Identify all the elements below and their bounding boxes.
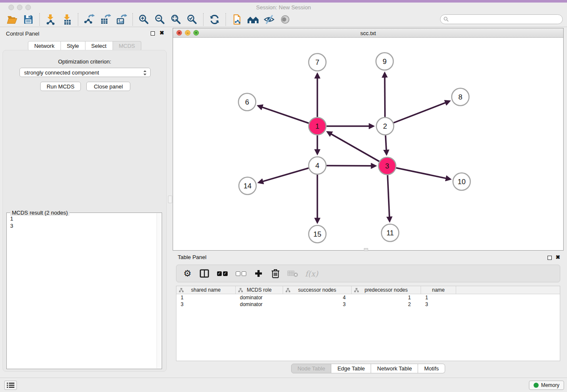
table-body: 1dominator4113dominator323 bbox=[176, 294, 560, 308]
import-network-button[interactable] bbox=[43, 13, 59, 26]
export-table-button[interactable] bbox=[97, 13, 113, 26]
columns-button[interactable] bbox=[199, 267, 209, 280]
table-panel-float-button[interactable] bbox=[548, 256, 552, 260]
edge-2-8[interactable] bbox=[394, 101, 449, 123]
tab-node-table[interactable]: Node Table bbox=[291, 364, 332, 373]
clone-network-button[interactable] bbox=[229, 13, 245, 26]
columns-icon bbox=[200, 269, 209, 278]
tab-edge-table[interactable]: Edge Table bbox=[331, 364, 371, 373]
column-header-shared-name[interactable]: shared name bbox=[176, 286, 236, 294]
node-label-14: 14 bbox=[244, 182, 252, 190]
mcds-result-box: MCDS result (2 nodes) 1 3 bbox=[6, 213, 162, 369]
column-label: shared name bbox=[191, 287, 220, 293]
tab-network[interactable]: Network bbox=[28, 41, 61, 51]
network-overview-button[interactable] bbox=[245, 13, 261, 26]
cell: dominator bbox=[236, 294, 283, 301]
hide-graphics-button[interactable] bbox=[261, 13, 277, 26]
table-header-row: shared nameMCDS rolesuccessor nodesprede… bbox=[176, 286, 560, 294]
run-mcds-button[interactable]: Run MCDS bbox=[40, 82, 81, 91]
table-panel: Table Panel ✖ ⚙ ✓✓ bbox=[173, 252, 564, 376]
tab-motifs[interactable]: Motifs bbox=[418, 364, 445, 373]
export-network-button[interactable] bbox=[81, 13, 97, 26]
zoom-in-icon bbox=[138, 14, 149, 25]
zoom-in-button[interactable] bbox=[136, 13, 152, 26]
control-panel-close-button[interactable]: ✖ bbox=[160, 30, 164, 36]
open-folder-icon bbox=[7, 14, 18, 25]
column-label: MCDS role bbox=[247, 287, 272, 293]
column-label: name bbox=[432, 287, 445, 293]
tab-style[interactable]: Style bbox=[61, 41, 85, 51]
edge-3-11[interactable] bbox=[388, 175, 390, 221]
node-label-8: 8 bbox=[458, 93, 462, 101]
edge-2-9[interactable] bbox=[385, 73, 385, 117]
node-label-3: 3 bbox=[385, 162, 389, 170]
tab-network-table[interactable]: Network Table bbox=[371, 364, 418, 373]
delete-row-button[interactable] bbox=[270, 267, 281, 280]
edge-1-6[interactable] bbox=[258, 106, 309, 123]
column-label: predecessor nodes bbox=[364, 287, 407, 293]
tab-mcds[interactable]: MCDS bbox=[113, 41, 141, 51]
task-history-button[interactable] bbox=[4, 381, 17, 390]
mcds-panel: Optimization criterion: strongly connect… bbox=[3, 50, 167, 372]
zoom-selected-icon bbox=[187, 14, 198, 25]
table-settings-button[interactable]: ⚙ bbox=[182, 267, 193, 280]
memory-label: Memory bbox=[541, 382, 559, 388]
criterion-select[interactable]: strongly connected component bbox=[19, 68, 151, 77]
network-canvas[interactable]: 7968124314101511 bbox=[173, 38, 563, 250]
zoom-out-icon bbox=[154, 14, 165, 25]
control-panel-float-button[interactable] bbox=[151, 31, 155, 36]
close-panel-button[interactable]: Close panel bbox=[86, 82, 130, 91]
memory-button[interactable]: Memory bbox=[529, 381, 564, 390]
import-table-button[interactable] bbox=[59, 13, 75, 26]
tab-select[interactable]: Select bbox=[85, 41, 113, 51]
show-graphics-button[interactable] bbox=[277, 13, 293, 26]
window-title: Session: New Session bbox=[0, 4, 567, 11]
column-header-name[interactable]: name bbox=[421, 286, 456, 294]
apply-layout-button[interactable] bbox=[206, 13, 223, 26]
table-row[interactable]: 3dominator323 bbox=[176, 301, 560, 308]
add-row-button[interactable] bbox=[253, 267, 264, 280]
table-panel-close-button[interactable]: ✖ bbox=[556, 254, 560, 260]
panel-splitter-grip[interactable] bbox=[168, 196, 172, 203]
hierarchy-icon bbox=[238, 288, 243, 293]
control-panel-title: Control Panel bbox=[6, 30, 39, 37]
node-label-4: 4 bbox=[315, 162, 319, 170]
select-all-columns-button[interactable]: ✓✓ bbox=[216, 267, 228, 280]
node-table: shared nameMCDS rolesuccessor nodesprede… bbox=[176, 286, 560, 361]
column-header-successor-nodes[interactable]: successor nodes bbox=[283, 286, 352, 294]
function-builder-button[interactable]: f(x) bbox=[305, 267, 318, 280]
checkbox-unchecked-icon bbox=[236, 271, 240, 276]
table-row[interactable]: 1dominator411 bbox=[176, 294, 560, 301]
zoom-selected-button[interactable] bbox=[184, 13, 200, 26]
open-session-button[interactable] bbox=[4, 13, 20, 26]
search-input[interactable] bbox=[440, 14, 563, 24]
result-scrollbar[interactable] bbox=[157, 213, 161, 368]
export-table-icon bbox=[100, 14, 111, 25]
import-network-icon bbox=[45, 14, 56, 25]
cell: 3 bbox=[176, 301, 236, 308]
edge-4-14[interactable] bbox=[259, 168, 308, 182]
delete-table-button[interactable] bbox=[287, 267, 298, 280]
fx-icon: f(x) bbox=[305, 269, 318, 278]
save-session-button[interactable] bbox=[20, 13, 36, 26]
column-header-predecessor-nodes[interactable]: predecessor nodes bbox=[352, 286, 421, 294]
unselect-all-columns-button[interactable] bbox=[235, 267, 247, 280]
node-label-1: 1 bbox=[315, 122, 319, 130]
network-window-titlebar[interactable]: ✕ − + scc.txt bbox=[173, 28, 563, 38]
cell: 3 bbox=[421, 301, 456, 308]
trash-icon bbox=[271, 268, 280, 279]
export-image-button[interactable] bbox=[113, 13, 129, 26]
edge-3-10[interactable] bbox=[396, 168, 450, 179]
edge-2-3[interactable] bbox=[385, 135, 386, 154]
zoom-fit-button[interactable] bbox=[168, 13, 184, 26]
delete-table-icon bbox=[287, 270, 298, 277]
zoom-out-button[interactable] bbox=[152, 13, 168, 26]
edge-3-1[interactable] bbox=[328, 132, 379, 162]
import-table-icon bbox=[61, 14, 72, 25]
edge-4-3[interactable] bbox=[326, 166, 375, 166]
app-titlebar: Session: New Session bbox=[0, 3, 567, 12]
table-splitter-grip[interactable] bbox=[364, 248, 368, 251]
status-bar: Memory bbox=[0, 378, 567, 392]
column-header-MCDS-role[interactable]: MCDS role bbox=[236, 286, 283, 294]
node-label-6: 6 bbox=[245, 98, 249, 106]
